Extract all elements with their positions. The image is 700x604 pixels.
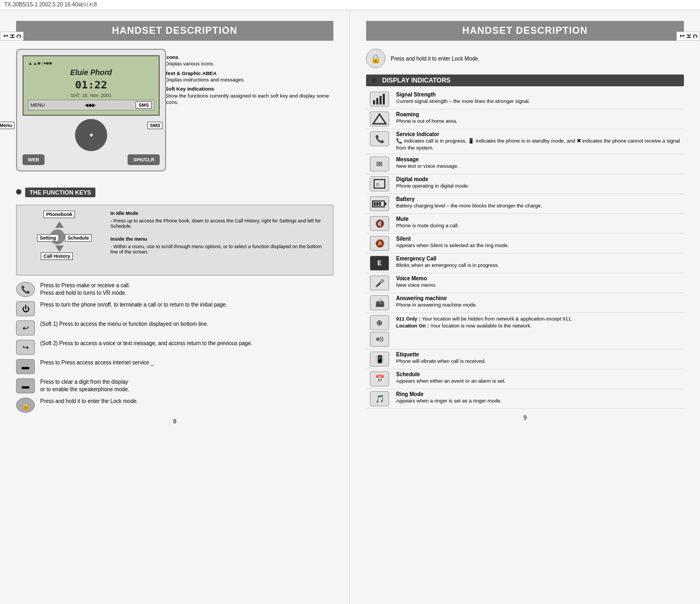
action-row-call: 📞 Press to Press make or receive a call.… — [16, 282, 333, 297]
di-title: DISPLAY INDICATORS — [382, 77, 451, 84]
internet-text: Press to Press access access internet se… — [40, 359, 333, 367]
ind-text-ring: Ring Mode Appears when a ringer is set a… — [393, 389, 684, 408]
ind-icon-cell-service: 📞 — [366, 129, 393, 154]
phone-time: 01:22 — [28, 78, 154, 91]
ind-row-mute: 🔇 Mute Phone is mute during a call. — [366, 213, 684, 233]
svg-rect-3 — [383, 94, 385, 105]
inside-menu-desc: - Within a munu, use to scroll through m… — [110, 244, 327, 255]
ann-text-graphic: Text & Graphic ABEA Displas instructions… — [165, 70, 333, 84]
ind-text-etiquette: Etiquette Phone will vibrate when call i… — [393, 349, 684, 369]
ind-row-schedule: 📅 Schedule Appears when either an event … — [366, 369, 684, 389]
power-icon: ⏻ — [16, 301, 35, 316]
ann-soft-key-desc: Show the functions currently assigned to… — [165, 93, 329, 105]
phone-screen: ▲▲■○●■■ Eluie Phord 01:22 SAT. 15. Nov. … — [23, 55, 160, 116]
ind-row-ring: 🎵 Ring Mode Appears when a ringer is set… — [366, 389, 684, 408]
web-btn[interactable]: WEB — [23, 154, 44, 165]
battery-icon — [370, 196, 389, 211]
svg-rect-10 — [376, 202, 378, 206]
ring-icon: 🎵 — [370, 391, 389, 406]
action-row-spk: ▬ Press to clear a digit from the displa… — [16, 378, 333, 393]
action-row-power: ⏻ Press to turn the phone on/off, to ter… — [16, 301, 333, 316]
ind-row-911: ⊕ ⊕)) 911 Only : Your location will be h… — [366, 312, 684, 349]
ind-icon-cell-message: ✉ — [366, 154, 393, 174]
action-row-soft2: ↪ (Soft 2) Press to access a voice or te… — [16, 340, 333, 355]
ann-icons-desc: Displas various icons. — [165, 61, 214, 66]
phone-display: ▲▲■○●■■ Eluie Phord 01:22 SAT. 15. Nov. … — [16, 49, 166, 171]
ann-text-graphic-desc: Displas instructions and messages. — [165, 77, 245, 83]
etiquette-icon: 📳 — [370, 352, 389, 367]
phone-wrapper: ▲▲■○●■■ Eluie Phord 01:22 SAT. 15. Nov. … — [16, 49, 333, 180]
svg-rect-2 — [379, 96, 382, 105]
page-num-left: 8 — [16, 418, 333, 424]
ind-text-mute: Mute Phone is mute during a call. — [393, 213, 684, 233]
ind-text-answering: Answering machine Phone in answering mac… — [393, 293, 684, 312]
page-num-right: 9 — [366, 414, 684, 421]
svg-rect-5 — [374, 180, 385, 188]
soft-key-sms: SMS — [136, 101, 152, 109]
fk-bullet — [16, 189, 21, 195]
phone-icon-bar: ▲▲■○●■■ — [28, 61, 52, 66]
display-indicators-header: DISPLAY INDICATORS — [366, 74, 684, 86]
phone-icons-row: ▲▲■○●■■ — [28, 61, 154, 66]
message-icon: ✉ — [370, 156, 389, 171]
ind-row-message: ✉ Message New text or voice message. — [366, 154, 684, 174]
nav-diagram: Phonebook Setting Schedule Call History — [22, 211, 102, 270]
fk-descriptions: In Idle Mode - Press up to access the Ph… — [110, 211, 327, 270]
service-icon: 📞 — [370, 131, 389, 146]
ind-icon-cell-911: ⊕ ⊕)) — [366, 312, 393, 349]
di-bullet — [371, 78, 377, 83]
schedule-icon: 📅 — [370, 371, 389, 386]
ann-soft-key: Soft Key Indications Show the functions … — [165, 86, 333, 106]
ind-icon-cell-mute: 🔇 — [366, 213, 393, 233]
signal-icon — [370, 92, 389, 107]
ind-row-answering: 📠 Answering machine Phone in answering m… — [366, 293, 684, 312]
ind-text-message: Message New text or voice message. — [393, 154, 684, 174]
right-title: HANDSET DESCRIPTION — [366, 21, 684, 41]
soft-key-menu: MENU — [31, 102, 45, 108]
ind-row-signal: Signal Strength Current signal strength … — [366, 90, 684, 109]
lock-key-icon: 🔒 — [16, 398, 35, 413]
function-keys-section: THE FUNCTION KEYS Phonebook Setting Sche… — [16, 188, 333, 413]
phone-buttons-row: ✚ — [23, 119, 160, 151]
silent-icon: 🔕 — [370, 236, 389, 251]
roaming-icon — [370, 111, 389, 126]
soft2-text: (Soft 2) Press to access a voice or text… — [40, 340, 333, 347]
lock-icon: 🔒 — [366, 49, 385, 68]
sms-button-label: SMS — [147, 122, 162, 129]
annotations-right: Icons Displas various icons. Text & Grap… — [165, 49, 333, 180]
ind-text-digital: Digital mode Phone operating in digital … — [393, 174, 684, 193]
ind-text-service: Service Indicator 📞 Indicates call is in… — [393, 129, 684, 154]
ann-soft-key-label: Soft Key Indications — [165, 86, 214, 92]
top-bar-text: TX-30B5/15-1 2002.5.20 16:40페이지8 — [4, 2, 97, 8]
spk-clr-btn[interactable]: SPK/CLR — [128, 154, 160, 165]
lock-key-text: Press and hold it to enter the Lock mode… — [40, 398, 333, 405]
ind-row-etiquette: 📳 Etiquette Phone will vibrate when call… — [366, 349, 684, 369]
lock-text: Press and hold it to enter Lock Mode. — [391, 56, 480, 62]
ind-icon-cell-battery — [366, 193, 393, 213]
nav-up — [55, 221, 64, 228]
action-row-internet: ▬ Press to Press access access internet … — [16, 359, 333, 374]
ind-row-service: 📞 Service Indicator 📞 Indicates call is … — [366, 129, 684, 154]
call-icon: 📞 — [16, 282, 35, 297]
ind-row-voice: 🎤 Voice Memo New voice memo. — [366, 273, 684, 293]
ind-icon-cell-voice: 🎤 — [366, 273, 393, 293]
phonebook-label: Phonebook — [43, 211, 75, 218]
ind-text-signal: Signal Strength Current signal strength … — [393, 90, 684, 109]
svg-rect-8 — [384, 203, 386, 205]
idle-mode-desc: - Press up to access the Phone book, dow… — [110, 218, 327, 229]
icon-911: ⊕ — [370, 315, 389, 330]
svg-rect-11 — [379, 202, 381, 206]
ind-row-digital: D Digital mode Phone operating in digita… — [366, 174, 684, 193]
ind-row-silent: 🔕 Silent Appears when Silent is selected… — [366, 233, 684, 253]
answering-icon: 📠 — [370, 295, 389, 310]
nav-symbol: ✚ — [90, 133, 93, 138]
schedule-label: Schedule — [65, 234, 92, 242]
ind-row-roaming: Roaming Phone is out of home area. — [366, 109, 684, 129]
call-history-label: Call History — [41, 252, 73, 260]
ind-text-voice: Voice Memo New voice memo. — [393, 273, 684, 293]
internet-icon: ▬ — [16, 359, 35, 374]
ind-text-911: 911 Only : Your location will be hidden … — [393, 312, 684, 349]
idle-mode-title: In Idle Mode — [110, 211, 327, 216]
soft1-icon: ↩ — [16, 320, 35, 335]
ind-text-silent: Silent Appears when Silent is selected a… — [393, 233, 684, 253]
